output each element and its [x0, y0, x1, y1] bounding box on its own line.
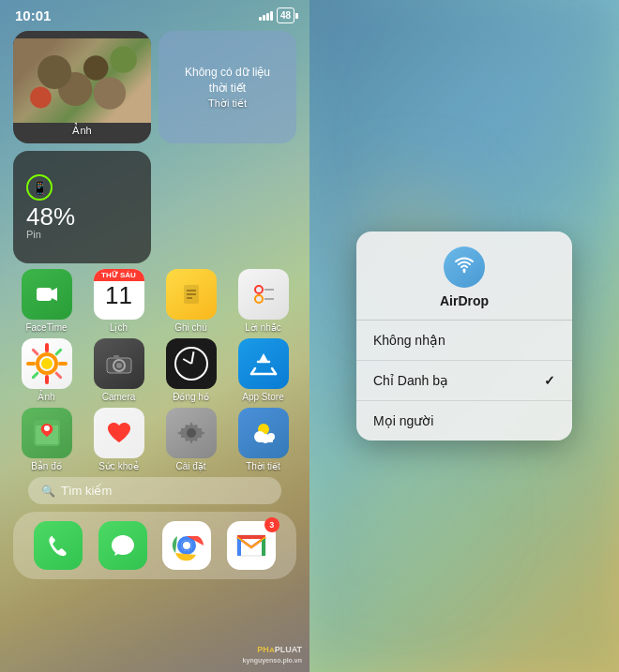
svg-point-38 [463, 269, 466, 272]
weather-widget[interactable]: Không có dữ liệuthời tiết Thời tiết [159, 31, 296, 143]
app-health[interactable]: Sức khoẻ [85, 408, 152, 471]
camera-icon [94, 338, 144, 389]
maps-icon [22, 408, 72, 458]
reminders-icon [238, 269, 289, 320]
airdrop-title: AirDrop [440, 293, 489, 308]
settings-label: Cài đặt [175, 461, 205, 471]
search-icon: 🔍 [41, 485, 55, 498]
photos-label: Ảnh [38, 392, 54, 402]
app-settings[interactable]: Cài đặt [158, 408, 224, 471]
airdrop-option-2-label: Mọi người [373, 413, 433, 428]
calendar-icon: THỨ SÁU 11 [94, 269, 144, 320]
clock-face [174, 347, 208, 381]
status-bar: 10:01 48 [0, 0, 310, 27]
facetime-icon [22, 269, 72, 320]
widgets-row: Ảnh Không có dữ liệuthời tiết Thời tiết … [0, 27, 310, 269]
calendar-label: Lịch [110, 322, 128, 333]
watermark-line2: kynguyenso.plo.vn [243, 656, 302, 665]
watermark-line1: PHAPLUAT [243, 645, 302, 656]
app-grid-row1: FaceTime THỨ SÁU 11 Lịch Ghi chú [0, 269, 310, 333]
airdrop-wifi-symbol [453, 255, 476, 279]
photo-widget-label: Ảnh [72, 123, 91, 137]
weather-widget-label: Thời tiết [208, 96, 247, 110]
search-bar[interactable]: 🔍 Tìm kiếm [28, 477, 281, 504]
dock-messages[interactable] [98, 521, 147, 570]
maps-label: Bản đồ [31, 461, 62, 471]
dock-phone[interactable] [34, 521, 83, 570]
app-weather[interactable]: Thời tiết [230, 408, 296, 471]
reminders-label: Lời nhắc [245, 322, 281, 333]
photo-widget[interactable]: Ảnh [13, 31, 151, 143]
battery-percent-value: 48% [26, 204, 75, 229]
dock-phone-icon [34, 521, 83, 570]
app-facetime[interactable]: FaceTime [13, 269, 80, 333]
phone-right-panel: AirDrop Không nhận Chỉ Danh bạ ✓ Mọi ngư… [310, 0, 619, 672]
app-photos[interactable]: Ảnh [13, 338, 80, 402]
phone-battery-icon: 📱 [32, 180, 48, 195]
camera-label: Camera [102, 392, 136, 402]
search-text: Tìm kiếm [61, 484, 112, 498]
health-icon [94, 408, 144, 458]
svg-marker-1 [52, 288, 57, 301]
status-time: 10:01 [15, 7, 51, 23]
airdrop-menu: AirDrop Không nhận Chỉ Danh bạ ✓ Mọi ngư… [356, 231, 572, 441]
weather-app-label: Thời tiết [246, 461, 279, 471]
svg-rect-29 [258, 437, 273, 442]
clock-icon [166, 338, 217, 389]
app-camera[interactable]: Camera [85, 338, 152, 402]
svg-rect-37 [237, 535, 265, 539]
health-label: Sức khoẻ [98, 461, 139, 471]
svg-rect-16 [113, 355, 119, 359]
airdrop-option-1[interactable]: Chỉ Danh bạ ✓ [356, 361, 572, 401]
app-reminders[interactable]: Lời nhắc [230, 269, 296, 333]
dock-chrome[interactable] [162, 521, 211, 570]
clock-minute-hand [190, 351, 194, 364]
airdrop-option-0[interactable]: Không nhận [356, 321, 572, 361]
airdrop-option-2[interactable]: Mọi người [356, 401, 572, 441]
app-grid-row2: Ảnh Camera Đồng h [0, 338, 310, 402]
svg-point-24 [187, 428, 196, 438]
gmail-badge: 3 [264, 517, 279, 532]
app-clock[interactable]: Đồng hồ [158, 338, 224, 402]
airdrop-checkmark: ✓ [544, 373, 555, 388]
airdrop-option-0-label: Không nhận [373, 333, 445, 348]
notes-label: Ghi chú [174, 322, 206, 333]
appstore-label: App Store [242, 392, 283, 402]
battery-widget-label: Pin [26, 229, 41, 240]
battery-widget-content: 📱 48% Pin [13, 151, 151, 263]
app-maps[interactable]: Bản đồ [13, 408, 80, 471]
appstore-icon [238, 338, 289, 389]
calendar-day: THỨ SÁU [94, 269, 144, 281]
battery-indicator: 48 [277, 7, 294, 23]
svg-point-7 [255, 295, 263, 303]
status-right: 48 [259, 7, 294, 23]
photos-icon [22, 338, 72, 389]
watermark: PHAPLUAT kynguyenso.plo.vn [243, 645, 302, 665]
settings-icon [166, 408, 217, 458]
signal-icon [259, 11, 273, 21]
clock-label: Đồng hồ [173, 392, 209, 402]
airdrop-icon [444, 246, 485, 288]
bg-blur-2 [328, 438, 469, 578]
facetime-label: FaceTime [25, 322, 67, 333]
phone-left-panel: 10:01 48 Ảnh Không có dữ liệuthời tiết T… [0, 0, 310, 672]
calendar-date: 11 [105, 281, 132, 310]
weather-widget-content: Không có dữ liệuthời tiết Thời tiết [159, 31, 296, 143]
weather-no-data-text: Không có dữ liệuthời tiết [185, 65, 270, 97]
app-appstore[interactable]: App Store [230, 338, 296, 402]
notes-icon [166, 269, 217, 320]
dock-gmail[interactable]: 3 [227, 521, 276, 570]
weather-icon [238, 408, 289, 458]
dock-messages-icon [98, 521, 147, 570]
svg-point-6 [255, 286, 263, 293]
battery-widget[interactable]: 📱 48% Pin [13, 151, 151, 263]
dock: 3 [13, 512, 296, 579]
battery-ring-icon: 📱 [26, 174, 53, 201]
app-calendar[interactable]: THỨ SÁU 11 Lịch [85, 269, 152, 333]
app-notes[interactable]: Ghi chú [158, 269, 224, 333]
svg-point-22 [44, 426, 50, 431]
food-photo [13, 38, 151, 123]
airdrop-header: AirDrop [356, 231, 572, 321]
app-grid-row3: Bản đồ Sức khoẻ Cài đặt [0, 408, 310, 471]
svg-point-15 [116, 363, 122, 368]
